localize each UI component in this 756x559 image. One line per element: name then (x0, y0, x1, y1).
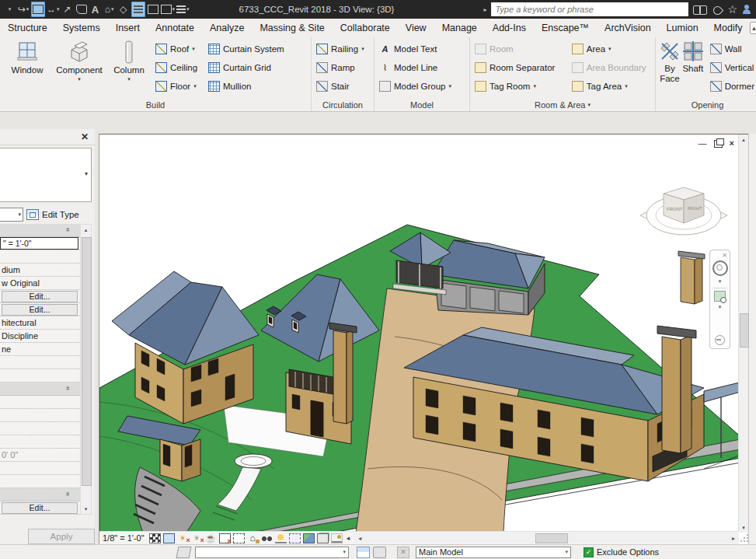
property-row[interactable] (0, 422, 80, 435)
property-row[interactable] (0, 369, 80, 383)
tab-collaborate[interactable]: Collaborate (333, 20, 398, 36)
text-icon[interactable]: A (89, 2, 102, 16)
property-row[interactable] (0, 435, 80, 449)
apply-button[interactable]: Apply (28, 529, 95, 544)
thin-lines-icon[interactable] (131, 2, 145, 17)
property-row[interactable]: Edit... (0, 501, 80, 515)
navbar-close-icon[interactable]: ✕ (722, 252, 727, 259)
curtain-grid-button[interactable]: Curtain Grid (207, 58, 292, 77)
search-expand-icon[interactable]: ▸ (483, 6, 486, 13)
viewcube-right-label[interactable]: RIGHT (688, 206, 702, 211)
reveal-constraints-icon[interactable] (331, 533, 343, 543)
ceiling-button[interactable]: Ceiling (154, 58, 204, 77)
scroll-up-icon[interactable]: ▴ (739, 135, 748, 145)
scroll-up-icon[interactable]: ▴ (81, 225, 91, 235)
panel-label-room-area[interactable]: Room & Area▾ (470, 98, 655, 111)
tab-massing-site[interactable]: Massing & Site (252, 20, 332, 36)
tag-area-button[interactable]: Tag Area▾ (570, 77, 652, 96)
property-row[interactable]: hitectural (0, 316, 80, 330)
user-interface-icon[interactable]: ▾ (176, 2, 190, 16)
scrollbar-thumb[interactable] (535, 533, 568, 543)
steering-wheel-icon[interactable] (712, 260, 728, 276)
area-button[interactable]: Area▾ (570, 40, 652, 58)
active-workset-combobox[interactable]: ▾ (195, 547, 349, 558)
scroll-left-icon[interactable]: ◂ (354, 533, 365, 543)
property-row[interactable] (0, 396, 80, 409)
reveal-hidden-elements-icon[interactable] (275, 533, 287, 543)
measure-icon[interactable]: ↔▾ (47, 2, 60, 16)
wheel-dropdown-icon[interactable]: ▾ (719, 278, 722, 285)
properties-filter-combobox[interactable]: ▾ (0, 208, 23, 222)
minimize-icon[interactable]: — (699, 139, 707, 148)
scrollbar-thumb[interactable] (740, 313, 749, 348)
opening-wall-button[interactable]: Wall (709, 40, 756, 58)
property-row[interactable]: Edit... (0, 290, 80, 303)
visual-style-icon[interactable] (163, 533, 175, 543)
tab-systems[interactable]: Systems (55, 20, 108, 36)
scrollbar-thumb[interactable] (82, 237, 92, 486)
property-row[interactable] (0, 409, 80, 422)
zoom-icon[interactable] (714, 291, 726, 302)
property-row[interactable]: Discipline (0, 330, 80, 343)
scroll-down-icon[interactable]: ▾ (81, 504, 91, 514)
viewcube[interactable]: FRONT RIGHT (640, 187, 727, 235)
tab-insert[interactable]: Insert (108, 20, 148, 36)
crop-view-icon[interactable] (219, 533, 231, 543)
vcb-collapse-icon[interactable]: ◂ (347, 534, 350, 542)
edit-type-button[interactable]: Edit Type (42, 210, 79, 219)
scroll-right-icon[interactable]: ▸ (728, 533, 739, 543)
property-row[interactable]: dium (0, 264, 80, 277)
temporary-view-properties-icon[interactable] (289, 533, 301, 543)
close-view-icon[interactable]: × (730, 139, 734, 148)
scroll-down-icon[interactable]: ▾ (739, 522, 748, 533)
section-header[interactable]: » (0, 488, 80, 501)
search-icon[interactable] (693, 5, 707, 14)
property-row[interactable]: 0' 0" (0, 449, 80, 462)
communication-center-icon[interactable] (712, 5, 723, 14)
zoom-dropdown-icon[interactable]: ▾ (719, 304, 722, 310)
room-separator-button[interactable]: Room Separator (473, 58, 567, 77)
tab-structure[interactable]: Structure (0, 20, 55, 36)
drawing-area[interactable]: — × (99, 134, 748, 544)
aligned-dimension-icon[interactable]: ↗ (61, 2, 74, 16)
property-row[interactable] (0, 250, 80, 264)
default-3d-view-icon[interactable]: ⌂▾ (103, 2, 116, 16)
model-text-button[interactable]: AModel Text (378, 40, 453, 58)
ribbon-collapse-icon[interactable]: ▲▾ (750, 22, 756, 34)
section-icon[interactable]: ◇ (117, 2, 130, 16)
opening-shaft-button[interactable]: Shaft (681, 40, 705, 74)
undo-dropdown-icon[interactable]: ▾ (3, 2, 16, 16)
analytical-model-icon[interactable] (303, 533, 315, 543)
section-header[interactable]: » (0, 224, 80, 237)
worksets-icon[interactable] (176, 547, 191, 558)
exclude-options-checkbox[interactable]: ✓ (584, 547, 594, 557)
properties-scrollbar[interactable]: ▴ ▾ (80, 224, 92, 515)
curtain-system-button[interactable]: Curtain System (207, 40, 292, 58)
close-icon[interactable]: ✕ (81, 131, 89, 142)
favorites-star-icon[interactable]: ☆ (727, 4, 737, 15)
floor-button[interactable]: Floor▾ (154, 77, 204, 96)
print-icon[interactable] (31, 2, 45, 17)
redo-icon[interactable]: ↪▾ (17, 2, 30, 16)
property-row[interactable]: ne (0, 343, 80, 356)
editable-only-icon[interactable] (357, 547, 370, 558)
component-button[interactable]: Component ▾ (51, 40, 107, 82)
restore-icon[interactable] (714, 140, 723, 148)
property-row[interactable]: w Original (0, 277, 80, 290)
search-input[interactable] (491, 2, 688, 16)
sun-path-icon[interactable]: ☀ (177, 533, 189, 543)
property-row[interactable] (0, 462, 80, 475)
opening-by-face-button[interactable]: By Face (659, 40, 681, 84)
tag-icon[interactable] (75, 2, 88, 16)
shadows-icon[interactable]: ☀ (191, 533, 203, 543)
section-header[interactable]: » (0, 383, 80, 396)
railing-button[interactable]: Railing▾ (315, 40, 366, 58)
tab-manage[interactable]: Manage (434, 20, 485, 36)
tab-add-ins[interactable]: Add-Ins (485, 20, 534, 36)
opening-vertical-button[interactable]: Vertical (709, 58, 756, 77)
tab-modify[interactable]: Modify (706, 20, 751, 36)
property-row[interactable]: " = 1'-0" (0, 237, 80, 250)
type-selector[interactable]: ▾ (0, 148, 92, 202)
viewcube-front-label[interactable]: FRONT (667, 207, 683, 211)
tab-enscape[interactable]: Enscape™ (534, 20, 597, 36)
